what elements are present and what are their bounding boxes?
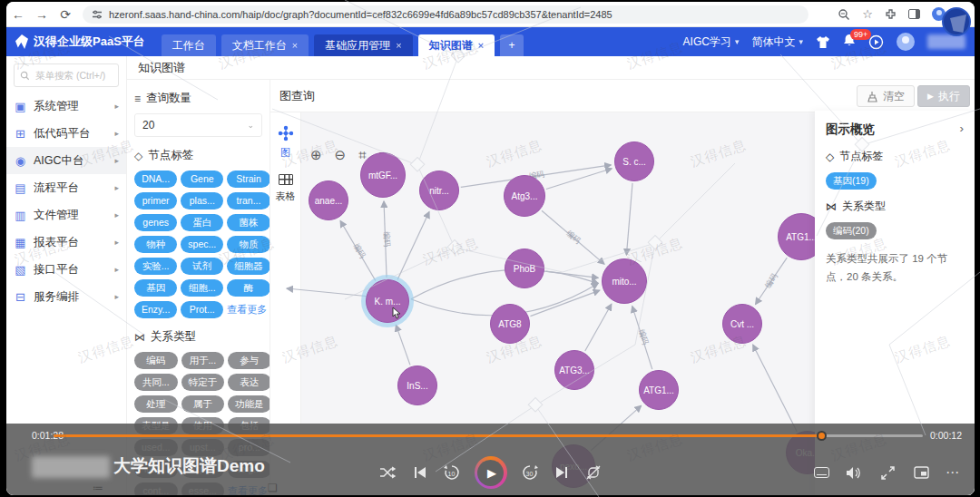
fullscreen-icon[interactable] (878, 463, 897, 482)
tag-pill[interactable]: primer (134, 192, 177, 210)
address-bar[interactable]: hzeronf.saas.hand-china.com/haip/doc/gra… (83, 5, 808, 24)
graph-node[interactable]: nitr... (419, 171, 459, 210)
tag-pill[interactable]: 编码 (134, 352, 178, 369)
tag-pill[interactable]: 细胞... (181, 279, 223, 297)
tag-pill[interactable]: 基因 (134, 279, 177, 297)
tag-pill[interactable]: spec... (181, 236, 223, 253)
tag-pill[interactable]: 表达 (228, 374, 270, 391)
menu-icon: ▣ (14, 100, 27, 113)
query-count-section: ≡ 查询数量 (134, 91, 262, 106)
volume-icon[interactable] (845, 463, 863, 482)
extensions-icon[interactable] (885, 8, 897, 20)
tag-pill[interactable]: Gene (181, 171, 223, 188)
sidebar-item-文件管理[interactable]: ▥文件管理▸ (6, 201, 126, 229)
tag-pill[interactable]: 试剂 (181, 258, 223, 275)
legend-rel-pill[interactable]: 编码(20) (826, 222, 877, 239)
avatar[interactable] (897, 33, 915, 51)
bookmark-star-icon[interactable]: ☆ (862, 7, 873, 21)
collapse-chevron-icon[interactable]: › (960, 122, 965, 138)
tab-label: 工作台 (172, 38, 205, 54)
view-more-link[interactable]: 查看更多 (227, 301, 270, 318)
tag-pill[interactable]: plas... (181, 192, 223, 210)
tag-pill[interactable]: 用于... (181, 352, 225, 369)
close-icon[interactable]: × (292, 40, 298, 51)
sidebar-item-服务编排[interactable]: ⊟服务编排▸ (6, 283, 126, 310)
rewind-10-icon[interactable]: 10 (443, 463, 461, 482)
graph-node[interactable]: ATG3... (554, 350, 594, 390)
tag-pill[interactable]: genes (134, 214, 177, 231)
tab-知识图谱[interactable]: 知识图谱× (418, 34, 495, 56)
tag-pill[interactable]: Prot... (181, 301, 223, 318)
shuffle-icon[interactable] (379, 463, 397, 482)
tag-pill[interactable]: 物质 (227, 236, 270, 253)
graph-node[interactable]: anae... (309, 180, 348, 220)
tag-pill[interactable]: 参与 (228, 352, 270, 369)
graph-node[interactable]: Cvt ... (722, 304, 762, 344)
graph-node[interactable]: S. c... (614, 141, 654, 181)
query-count-select[interactable]: 20 ⌄ (134, 113, 262, 137)
tag-pill[interactable]: Strain (227, 171, 270, 188)
loop-off-icon[interactable] (584, 463, 603, 482)
graph-node[interactable]: mtGF... (360, 152, 406, 198)
forward-icon[interactable]: → (30, 7, 54, 22)
back-icon[interactable]: ← (6, 7, 30, 22)
tag-pill[interactable]: 属于 (181, 395, 225, 413)
tag-pill[interactable]: 菌株 (227, 214, 270, 231)
new-tab-button[interactable]: + (500, 34, 524, 56)
run-button[interactable]: ▶ 执行 (917, 85, 970, 107)
close-icon[interactable]: × (478, 40, 484, 51)
tag-pill[interactable]: 蛋白 (181, 214, 223, 231)
sidebar-item-AIGC中台[interactable]: ◉AIGC中台▸ (6, 147, 126, 174)
graph-node[interactable]: ATG1... (639, 370, 679, 410)
close-icon[interactable]: × (396, 40, 401, 51)
aigc-learn-menu[interactable]: AIGC学习 ▾ (683, 34, 740, 50)
sidebar-item-流程平台[interactable]: ▤流程平台▸ (6, 174, 126, 201)
previous-icon[interactable] (411, 463, 429, 482)
tag-pill[interactable]: 处理 (134, 395, 178, 413)
tag-pill[interactable]: 细胞器 (227, 258, 270, 275)
graph-node[interactable]: mito... (602, 258, 647, 304)
graph-node[interactable]: InS... (397, 365, 437, 405)
pip-icon[interactable] (912, 463, 930, 482)
forward-30-icon[interactable]: 30 (521, 463, 539, 482)
page-zoom-icon[interactable] (838, 8, 850, 21)
legend-node-pill[interactable]: 基因(19) (826, 172, 877, 190)
tag-pill[interactable]: 实验... (134, 258, 177, 275)
tab-基础应用管理[interactable]: 基础应用管理× (314, 34, 412, 56)
tab-文档工作台[interactable]: 文档工作台× (221, 34, 309, 56)
sidebar-item-低代码平台[interactable]: ⊞低代码平台▸ (6, 120, 126, 147)
tag-pill[interactable]: 共同... (134, 374, 178, 391)
menu-search-input[interactable] (34, 69, 112, 82)
progress-handle[interactable] (817, 431, 827, 441)
menu-search[interactable] (14, 63, 119, 87)
graph-node[interactable]: Atg3... (504, 175, 545, 217)
sidebar-item-系统管理[interactable]: ▣系统管理▸ (6, 93, 126, 120)
remaining-time: 0:00:12 (930, 430, 962, 441)
graph-node[interactable]: PhoB (505, 248, 544, 288)
sidebar-item-报表平台[interactable]: ▦报表平台▸ (6, 229, 126, 256)
play-button[interactable]: ▶ (475, 456, 507, 489)
theme-shirt-icon[interactable] (816, 35, 830, 49)
tag-pill[interactable]: Enzy... (134, 301, 177, 318)
tag-pill[interactable]: 功能是 (228, 395, 270, 413)
sidebar-item-接口平台[interactable]: ▧接口平台▸ (6, 256, 126, 283)
tag-pill[interactable]: 酶 (227, 279, 270, 297)
graph-node[interactable]: ATG8 (490, 304, 530, 344)
side-panel-icon[interactable] (908, 9, 920, 19)
progress-bar[interactable] (54, 434, 923, 437)
notifications-button[interactable]: 99+ (843, 34, 856, 50)
tag-pill[interactable]: DNA... (134, 171, 177, 188)
tag-pill[interactable]: 特定于 (181, 374, 225, 391)
tag-pill[interactable]: 物种 (134, 236, 177, 253)
language-menu[interactable]: 简体中文 ▾ (751, 34, 803, 50)
tab-工作台[interactable]: 工作台 (162, 34, 216, 56)
brand[interactable]: 汉得企业级PaaS平台 (6, 34, 154, 50)
more-options-icon[interactable]: ⋯ (946, 464, 960, 481)
next-icon[interactable] (553, 463, 571, 482)
tag-pill[interactable]: tran... (227, 192, 270, 210)
subtitles-icon[interactable] (814, 467, 829, 478)
graph-node[interactable]: K. m... (366, 279, 409, 323)
clear-button[interactable]: 清空 (857, 85, 915, 107)
reload-icon[interactable]: ⟳ (54, 7, 77, 22)
sidebar-item-label: 系统管理 (34, 99, 79, 114)
